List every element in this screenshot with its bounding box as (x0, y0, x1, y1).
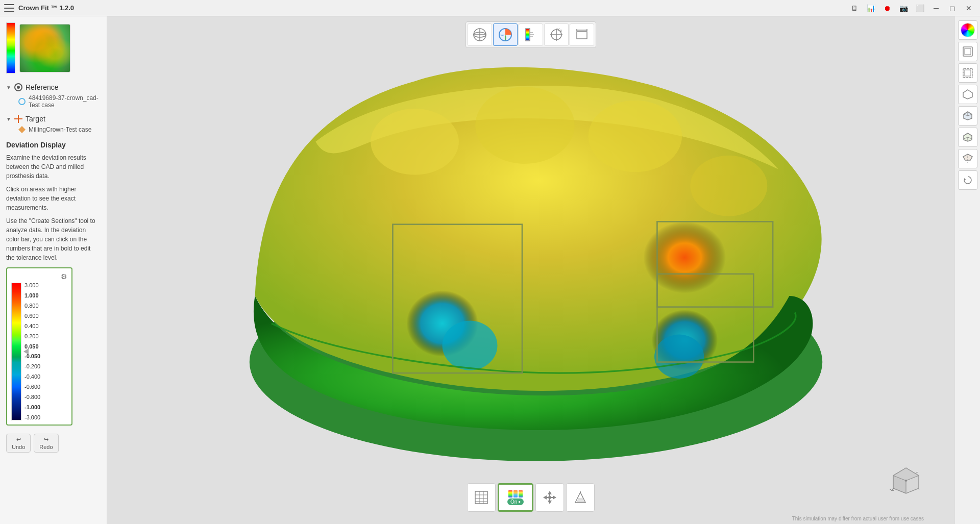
target-item-label: MillingCrown-Test case (29, 126, 91, 133)
arrows-button[interactable] (535, 483, 564, 512)
left-panel: ▼ Reference 48419689-37-crown_cad-Test c… (0, 16, 107, 524)
menu-icon[interactable] (4, 4, 14, 12)
color-scale-widget: ⚙ 3.000 1.000 0.800 0.600 0.400 0.200 0.… (6, 267, 72, 426)
scale-val-n0800[interactable]: -0.800 (24, 394, 40, 400)
main-viewport[interactable]: X Y Z (107, 16, 954, 524)
iso-view2-button[interactable] (958, 128, 977, 147)
color-sphere-icon (961, 23, 975, 37)
deviation-display-title: Deviation Display (6, 141, 101, 149)
maximize-btn[interactable]: ◻ (945, 2, 960, 14)
record-btn[interactable]: ⏺ (880, 2, 894, 14)
svg-text:+: + (916, 470, 918, 475)
target-item-icon (18, 126, 26, 133)
right-panel (954, 16, 980, 524)
model-thumbnail (19, 24, 70, 72)
reference-arrow-icon: ▼ (6, 85, 11, 90)
camera-btn[interactable]: 📷 (896, 2, 911, 14)
reference-item-label: 48419689-37-crown_cad-Test case (29, 94, 101, 109)
scale-val-n0050[interactable]: -0.050 (24, 354, 40, 359)
title-bar-left: Crown Fit ™ 1.2.0 (4, 4, 74, 12)
crown-3d-model[interactable] (148, 32, 924, 483)
iso-view1-button[interactable] (958, 106, 977, 126)
svg-rect-58 (965, 48, 971, 55)
deviation-desc2: Click on areas with higher deviation to … (6, 185, 101, 212)
deviation-on-label: On (510, 499, 517, 505)
deviation-toggle-icon: ● (518, 500, 521, 504)
axis-cube: + -Z + (888, 463, 924, 498)
persp-view-button[interactable] (958, 85, 977, 104)
scale-val-0800[interactable]: 0.800 (24, 303, 40, 309)
deviation-desc1: Examine the deviation results between th… (6, 153, 101, 181)
legend-color-bar (6, 22, 15, 73)
table-button[interactable] (467, 483, 496, 512)
iso-view3-button[interactable] (958, 149, 977, 168)
svg-point-25 (643, 221, 726, 293)
svg-point-56 (905, 480, 907, 482)
svg-point-24 (690, 156, 767, 216)
color-scale-body: 3.000 1.000 0.800 0.600 0.400 0.200 0.05… (11, 283, 67, 420)
target-label: Target (26, 115, 45, 123)
color-scale-header: ⚙ (11, 272, 67, 281)
reference-label: Reference (26, 83, 59, 91)
redo-label: Redo (39, 444, 53, 450)
deviation-desc3: Use the "Create Sections" tool to analyz… (6, 216, 101, 262)
svg-text:+: + (918, 487, 920, 492)
svg-marker-40 (548, 491, 552, 494)
undo-button[interactable]: ↩ Undo (6, 434, 31, 453)
svg-point-22 (475, 87, 574, 164)
close-btn[interactable]: ✕ (962, 2, 976, 14)
copyright-text: This simulation may differ from actual u… (792, 516, 924, 521)
front-view-button[interactable] (958, 42, 977, 61)
create-sections-button[interactable] (566, 483, 595, 512)
svg-point-21 (371, 109, 459, 175)
title-bar: Crown Fit ™ 1.2.0 🖥 📊 ⏺ 📷 ⬜ ─ ◻ ✕ (0, 0, 980, 16)
target-arrow-icon: ▼ (6, 116, 11, 122)
scale-val-1000[interactable]: 1.000 (24, 293, 40, 298)
scale-val-0200[interactable]: 0.200 (24, 334, 40, 339)
window-btn[interactable]: ⬜ (913, 2, 927, 14)
color-bar-vertical (11, 283, 21, 420)
color-sphere-button[interactable] (958, 20, 977, 40)
svg-point-23 (589, 101, 682, 172)
svg-marker-72 (964, 178, 966, 180)
scale-settings-icon[interactable]: ⚙ (61, 272, 67, 281)
svg-marker-44 (553, 495, 556, 500)
redo-button[interactable]: ↪ Redo (34, 434, 58, 453)
minimize-btn[interactable]: ─ (929, 2, 943, 14)
scale-val-n0600[interactable]: -0.600 (24, 384, 40, 390)
reference-item-icon (18, 98, 26, 105)
scale-val-n0200[interactable]: -0.200 (24, 364, 40, 369)
svg-text:Y: Y (557, 28, 560, 31)
svg-point-29 (654, 335, 704, 379)
svg-marker-43 (543, 495, 547, 500)
svg-rect-60 (965, 70, 971, 76)
title-bar-right: 🖥 📊 ⏺ 📷 ⬜ ─ ◻ ✕ (847, 2, 976, 14)
svg-point-27 (443, 321, 498, 370)
scale-arrow-indicator (23, 348, 29, 355)
target-crosshair-icon (14, 115, 22, 123)
chart-btn[interactable]: 📊 (864, 2, 878, 14)
deviation-on-button[interactable]: On ● (498, 483, 533, 512)
tree-section: ▼ Reference 48419689-37-crown_cad-Test c… (6, 82, 101, 135)
redo-icon: ↪ (44, 436, 48, 443)
monitor-btn[interactable]: 🖥 (847, 2, 862, 14)
scale-val-n1000[interactable]: -1.000 (24, 405, 40, 410)
svg-point-45 (548, 496, 551, 499)
scale-val-0400[interactable]: 0.400 (24, 323, 40, 329)
reference-item-row[interactable]: 48419689-37-crown_cad-Test case (6, 93, 101, 110)
reset-view-button[interactable] (958, 170, 977, 190)
back-view-button[interactable] (958, 63, 977, 83)
reference-circle-icon (14, 83, 22, 91)
scale-val-3000[interactable]: 3.000 (24, 283, 40, 288)
target-tree-row[interactable]: ▼ Target (6, 113, 101, 124)
svg-text:-Z: -Z (890, 487, 894, 492)
target-item-row[interactable]: MillingCrown-Test case (6, 124, 101, 135)
reference-tree-row[interactable]: ▼ Reference (6, 82, 101, 93)
app-title: Crown Fit ™ 1.2.0 (18, 4, 74, 12)
scale-val-n0400[interactable]: -0.400 (24, 374, 40, 380)
undo-label: Undo (12, 444, 25, 450)
scale-val-n3000[interactable]: -3.000 (24, 415, 40, 420)
scale-val-0600[interactable]: 0.600 (24, 313, 40, 319)
bottom-toolbar: On ● (465, 481, 597, 514)
svg-marker-61 (963, 90, 972, 99)
